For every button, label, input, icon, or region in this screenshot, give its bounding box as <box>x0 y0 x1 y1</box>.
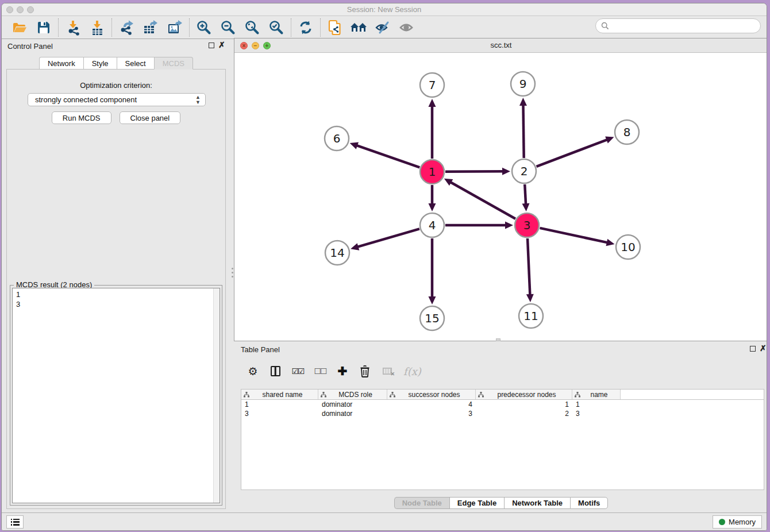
cell-successor-nodes[interactable]: 4 <box>387 400 476 409</box>
control-panel: Control Panel ✗ NetworkStyleSelectMCDS O… <box>2 39 230 514</box>
toolbar-separator <box>291 18 291 37</box>
edge-1-6[interactable] <box>356 145 419 168</box>
edge-1-2[interactable] <box>445 171 503 172</box>
canvas-resize-handle[interactable] <box>496 338 500 341</box>
table-float-panel-icon[interactable] <box>750 346 756 352</box>
cell-MCDS-role[interactable]: dominator <box>318 400 387 409</box>
table-close-panel-icon[interactable]: ✗ <box>760 344 767 353</box>
table-panel-title: Table Panel <box>241 345 280 354</box>
save-session-icon[interactable] <box>32 18 56 37</box>
cell-MCDS-role[interactable]: dominator <box>318 409 387 418</box>
tab-select[interactable]: Select <box>117 57 154 70</box>
table-row[interactable]: 3dominator323 <box>241 409 764 418</box>
settings-gear-icon[interactable]: ⚙ <box>247 364 259 378</box>
table-panel: Table Panel ✗ ⚙ ☑☑ ☐☐ ✚ f(x) shared name… <box>234 342 767 511</box>
edge-3-11[interactable] <box>528 238 530 295</box>
export-table-icon[interactable] <box>138 18 163 37</box>
column-header-successor-nodes[interactable]: successor nodes <box>387 390 476 399</box>
node-label-14: 14 <box>330 246 344 260</box>
close-panel-icon[interactable]: ✗ <box>218 40 225 49</box>
hide-selected-icon[interactable] <box>371 18 395 37</box>
zoom-selected-icon[interactable] <box>264 18 288 37</box>
table-panel-header: Table Panel ✗ <box>234 342 767 356</box>
node-label-8: 8 <box>623 125 631 139</box>
tab-network[interactable]: Network <box>39 57 83 70</box>
tab-network-table[interactable]: Network Table <box>504 497 570 509</box>
control-panel-title: Control Panel <box>7 42 53 51</box>
node-table[interactable]: shared nameMCDS rolesuccessor nodesprede… <box>241 389 764 490</box>
edge-3-1[interactable] <box>450 182 515 219</box>
zoom-out-icon[interactable] <box>216 18 240 37</box>
column-header-MCDS-role[interactable]: MCDS role <box>318 390 387 399</box>
run-mcds-button[interactable]: Run MCDS <box>52 111 111 124</box>
duplicate-network-icon[interactable] <box>323 18 347 37</box>
title-bar: Session: New Session <box>2 3 767 16</box>
float-panel-icon[interactable] <box>209 43 214 48</box>
arrowhead-3-11 <box>526 294 534 302</box>
node-label-10: 10 <box>621 240 635 254</box>
close-panel-button[interactable]: Close panel <box>120 111 181 124</box>
export-network-icon[interactable] <box>114 18 138 37</box>
edge-2-8[interactable] <box>537 140 608 167</box>
delete-column-icon[interactable] <box>359 364 371 378</box>
import-table-icon[interactable] <box>85 18 109 37</box>
tab-motifs[interactable]: Motifs <box>570 497 608 509</box>
table-header-row: shared nameMCDS rolesuccessor nodesprede… <box>241 390 764 400</box>
arrowhead-2-3 <box>522 203 529 211</box>
arrowhead-1-4 <box>429 203 436 211</box>
deselect-all-columns-icon[interactable]: ☐☐ <box>314 364 326 378</box>
search-box[interactable] <box>595 18 761 33</box>
search-input[interactable] <box>612 22 760 30</box>
panel-splitter-handle[interactable] <box>231 268 233 280</box>
delete-table-icon <box>381 364 394 378</box>
show-all-icon[interactable] <box>395 18 419 37</box>
column-header-predecessor-nodes[interactable]: predecessor nodes <box>476 390 572 399</box>
import-network-icon[interactable] <box>61 18 85 37</box>
network-window-titlebar[interactable]: × − + scc.txt <box>234 38 767 53</box>
column-header-shared-name[interactable]: shared name <box>241 390 318 399</box>
edge-3-10[interactable] <box>540 228 607 243</box>
memory-button[interactable]: Memory <box>713 515 762 529</box>
network-canvas[interactable]: 7968124314101511 <box>234 53 767 341</box>
network-window-title: scc.txt <box>234 41 767 49</box>
mcds-result-lines: 1 3 <box>13 288 220 309</box>
table-type-tabs: Node TableEdge TableNetwork TableMotifs <box>234 497 767 509</box>
edge-4-14[interactable] <box>357 229 419 247</box>
criterion-dropdown[interactable]: strongly connected component ▲▼ <box>28 93 206 106</box>
table-row[interactable]: 1dominator411 <box>241 400 764 409</box>
refresh-view-icon[interactable] <box>294 18 318 37</box>
result-scrollbar[interactable] <box>213 288 220 503</box>
task-history-button[interactable] <box>6 515 24 529</box>
node-label-9: 9 <box>519 77 527 91</box>
cell-shared-name[interactable]: 1 <box>241 400 318 409</box>
edge-2-9[interactable] <box>523 105 523 158</box>
add-column-icon[interactable]: ✚ <box>336 364 349 378</box>
node-label-4: 4 <box>429 218 436 232</box>
open-file-icon[interactable] <box>7 18 32 37</box>
cell-predecessor-nodes[interactable]: 1 <box>476 400 572 409</box>
tab-node-table[interactable]: Node Table <box>394 497 449 509</box>
cell-shared-name[interactable]: 3 <box>241 409 318 418</box>
cell-name[interactable]: 1 <box>572 400 621 409</box>
network-view-window: × − + scc.txt 7968124314101511 <box>234 38 767 341</box>
select-all-columns-icon[interactable]: ☑☑ <box>291 364 304 378</box>
hierarchy-icon <box>321 392 326 398</box>
status-bar: Memory <box>2 512 767 530</box>
export-image-icon[interactable] <box>163 18 187 37</box>
tab-edge-table[interactable]: Edge Table <box>449 497 504 509</box>
cell-successor-nodes[interactable]: 3 <box>387 409 476 418</box>
first-neighbors-icon[interactable] <box>347 18 371 37</box>
show-columns-icon[interactable] <box>269 364 282 378</box>
mcds-result-list[interactable]: 1 3 <box>12 288 220 503</box>
zoom-in-icon[interactable] <box>192 18 216 37</box>
edge-2-3[interactable] <box>525 184 526 205</box>
column-header-name[interactable]: name <box>572 390 621 399</box>
cell-predecessor-nodes[interactable]: 2 <box>476 409 572 418</box>
node-label-7: 7 <box>429 78 436 92</box>
tab-style[interactable]: Style <box>83 57 117 70</box>
tab-mcds[interactable]: MCDS <box>154 57 193 70</box>
arrowhead-1-6 <box>350 142 359 149</box>
zoom-fit-icon[interactable] <box>240 18 264 37</box>
node-label-15: 15 <box>425 311 439 325</box>
cell-name[interactable]: 3 <box>572 409 621 418</box>
